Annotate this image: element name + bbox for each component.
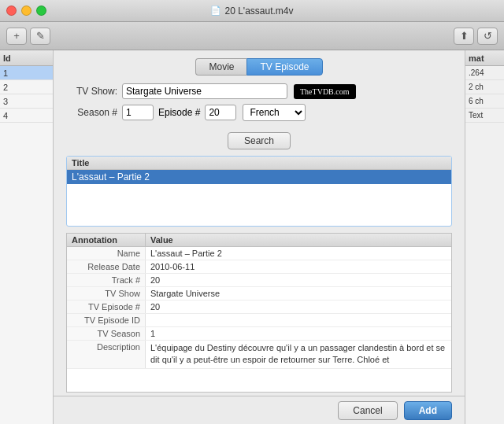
tab-tv-episode[interactable]: TV Episode <box>246 58 322 76</box>
ann-row-episode-num: TV Episode # 20 <box>67 300 451 314</box>
sidebar-row[interactable]: 2 <box>0 80 53 94</box>
ann-row-track: Track # 20 <box>67 274 451 287</box>
ann-row-release: Release Date 2010-06-11 <box>67 260 451 274</box>
ann-value: 2010-06-11 <box>146 260 451 273</box>
reload-button[interactable]: ↺ <box>477 28 498 45</box>
ann-row-description: Description L'équipage du Destiny découv… <box>67 341 451 369</box>
sidebar-row[interactable]: 3 <box>0 94 53 109</box>
ann-label: Description <box>67 341 146 368</box>
ann-value: 20 <box>146 274 451 286</box>
window-title: 20 L'assaut.m4v <box>224 6 293 17</box>
left-sidebar: Id 1 2 3 4 <box>0 50 54 424</box>
episode-input[interactable] <box>205 105 236 120</box>
language-dropdown-wrapper: French <box>243 104 306 121</box>
ann-label: TV Episode ID <box>67 314 146 326</box>
bottom-bar: Cancel Add <box>54 396 465 424</box>
toolbar-right: ⬆ ↺ <box>454 28 498 45</box>
annotation-col-header: Annotation <box>67 234 146 246</box>
maximize-button[interactable] <box>36 6 46 16</box>
ann-row-episode-id: TV Episode ID <box>67 314 451 327</box>
main-content: Id 1 2 3 4 Movie TV Episode TV S <box>0 50 504 424</box>
ann-value: 1 <box>146 327 451 340</box>
ann-value: L'équipage du Destiny découvre qu'il y a… <box>146 341 451 368</box>
value-col-header: Value <box>146 234 178 246</box>
file-icon: 📄 <box>210 6 221 16</box>
right-panel: mat .264 2 ch 6 ch Text <box>465 50 504 424</box>
form-area: TV Show: Stargate Universe TheTVDB.com S… <box>54 80 465 129</box>
dialog-panel: Movie TV Episode TV Show: Stargate Unive… <box>54 50 465 424</box>
ann-value: 20 <box>146 300 451 313</box>
right-row: .264 <box>465 66 504 80</box>
ann-value: Stargate Universe <box>146 287 451 300</box>
close-button[interactable] <box>6 6 17 16</box>
search-button[interactable]: Search <box>228 132 291 149</box>
right-row: 6 ch <box>465 94 504 109</box>
tab-movie[interactable]: Movie <box>195 58 246 76</box>
add-button[interactable]: Add <box>404 401 452 420</box>
ann-row-tvshow: TV Show Stargate Universe <box>67 287 451 300</box>
toolbar: + ✎ ⬆ ↺ <box>0 22 504 50</box>
minimize-button[interactable] <box>21 6 32 16</box>
episode-label: Episode # <box>158 107 200 118</box>
result-item[interactable]: L'assaut – Partie 2 <box>67 170 451 184</box>
annotation-header: Annotation Value <box>67 234 451 247</box>
ann-label: TV Episode # <box>67 300 146 313</box>
ann-label: TV Season <box>67 327 146 340</box>
share-button[interactable]: ⬆ <box>454 28 474 45</box>
ann-label: TV Show <box>67 287 146 300</box>
tab-bar: Movie TV Episode <box>54 50 465 80</box>
tvdb-logo: TheTVDB.com <box>294 84 356 99</box>
cancel-button[interactable]: Cancel <box>338 401 397 420</box>
title-bar-text: 📄 20 L'assaut.m4v <box>210 6 293 17</box>
tv-show-dropdown-wrapper: Stargate Universe <box>122 83 287 99</box>
season-episode-row: Season # Episode # French <box>66 104 452 121</box>
sidebar-header: Id <box>0 50 53 66</box>
season-label: Season # <box>66 107 117 118</box>
ann-label: Track # <box>67 274 146 286</box>
ann-value: L'assaut – Partie 2 <box>146 247 451 260</box>
app-window: 📄 20 L'assaut.m4v + ✎ ⬆ ↺ Id <box>0 0 504 424</box>
right-row: 2 ch <box>465 80 504 94</box>
traffic-lights <box>6 6 46 16</box>
title-bar: 📄 20 L'assaut.m4v <box>0 0 504 22</box>
toolbar-left: + ✎ <box>6 28 50 45</box>
edit-button[interactable]: ✎ <box>30 28 50 45</box>
tv-show-row: TV Show: Stargate Universe TheTVDB.com <box>66 83 452 99</box>
ann-value <box>146 314 451 326</box>
sidebar-row[interactable]: 4 <box>0 109 53 123</box>
sidebar-row[interactable]: 1 <box>0 66 53 80</box>
annotation-table: Annotation Value Name L'assaut – Partie … <box>66 233 452 393</box>
share-icon: ⬆ <box>460 30 469 42</box>
ann-row-season: TV Season 1 <box>67 327 451 341</box>
ann-label: Name <box>67 247 146 260</box>
tv-show-label: TV Show: <box>66 86 117 97</box>
right-row: Text <box>465 109 504 123</box>
tv-show-select[interactable]: Stargate Universe <box>122 83 287 99</box>
add-item-button[interactable]: + <box>6 28 27 45</box>
results-list[interactable]: Title L'assaut – Partie 2 <box>66 156 452 227</box>
right-header: mat <box>465 50 504 66</box>
language-select[interactable]: French <box>243 104 306 121</box>
ann-label: Release Date <box>67 260 146 273</box>
season-input[interactable] <box>122 105 154 120</box>
reload-icon: ↺ <box>484 30 492 42</box>
ann-row-name: Name L'assaut – Partie 2 <box>67 247 451 260</box>
results-header: Title <box>67 157 451 170</box>
search-btn-row: Search <box>54 132 465 149</box>
